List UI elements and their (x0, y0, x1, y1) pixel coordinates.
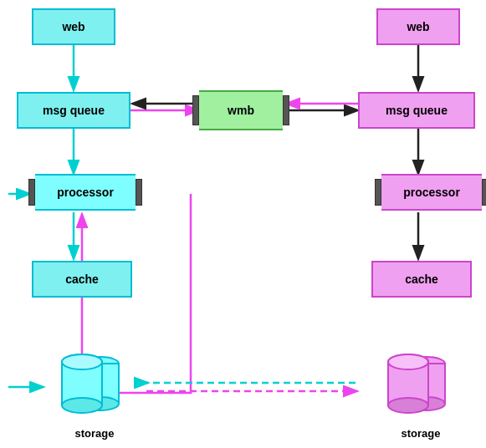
left-cache-node: cache (32, 261, 132, 298)
left-cache-label: cache (65, 272, 99, 286)
svg-point-32 (388, 398, 428, 413)
left-storage-svg (40, 347, 149, 430)
left-msg-queue-node: msg queue (17, 92, 130, 129)
right-cache-node: cache (371, 261, 472, 298)
right-processor-node: processor (375, 174, 486, 211)
right-msg-queue-node: msg queue (358, 92, 475, 129)
right-storage-label: storage (402, 427, 441, 440)
svg-point-23 (62, 354, 102, 369)
right-processor-label: processor (403, 186, 460, 199)
left-web-label: web (62, 20, 84, 33)
right-web-label: web (407, 20, 429, 33)
left-processor-label: processor (57, 186, 114, 199)
left-web-node: web (32, 8, 115, 45)
right-storage-node: storage (366, 347, 475, 440)
wmb-inner: wmb (199, 90, 283, 130)
right-cache-label: cache (405, 272, 438, 286)
left-storage-node: storage (40, 347, 149, 440)
left-storage-label: storage (75, 427, 115, 440)
svg-point-22 (62, 398, 102, 413)
left-processor-node: processor (28, 174, 142, 211)
svg-point-33 (388, 354, 428, 369)
wmb-node: wmb (192, 90, 289, 130)
left-msg-queue-label: msg queue (43, 104, 105, 117)
wmb-label: wmb (228, 104, 254, 117)
right-storage-svg (366, 347, 475, 430)
right-msg-queue-label: msg queue (386, 104, 448, 117)
diagram: web msg queue wmb msg queue web processo… (0, 0, 486, 448)
right-web-node: web (376, 8, 460, 45)
